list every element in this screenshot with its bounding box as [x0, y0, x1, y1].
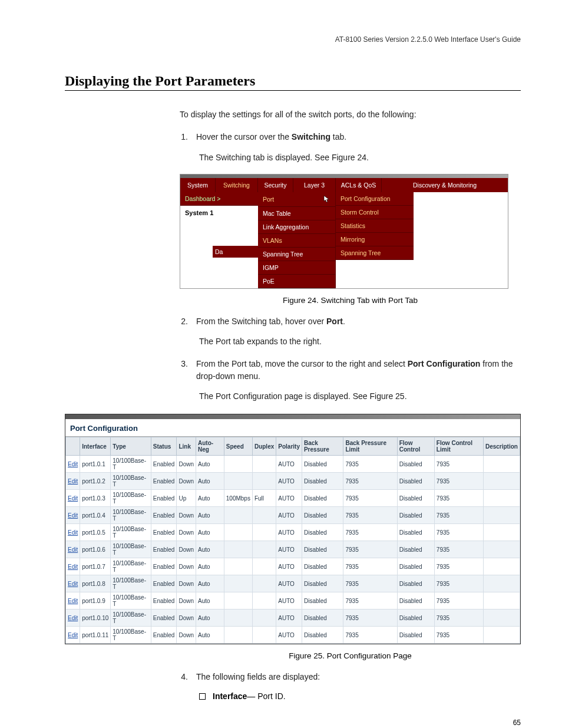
- menu-item-mac-table[interactable]: Mac Table: [258, 207, 335, 220]
- table-cell[interactable]: Edit: [66, 507, 80, 524]
- edit-link[interactable]: Edit: [68, 546, 78, 553]
- table-cell: AUTO: [276, 592, 302, 610]
- menu-item-port[interactable]: Port: [258, 192, 335, 207]
- table-row: Editport1.0.310/100Base-TEnabledUpAuto10…: [66, 490, 520, 507]
- col-header: Auto-Neg: [196, 437, 224, 456]
- table-cell: Auto: [196, 456, 224, 473]
- menu-item-spanning-tree[interactable]: Spanning Tree: [258, 248, 335, 261]
- menu-item-link-aggregation[interactable]: Link Aggregation: [258, 220, 335, 234]
- table-cell: AUTO: [276, 541, 302, 558]
- edit-link[interactable]: Edit: [68, 615, 78, 621]
- table-cell: port1.0.8: [80, 575, 111, 592]
- step-2-post: .: [343, 317, 345, 326]
- table-cell: AUTO: [276, 524, 302, 541]
- table-cell: [224, 592, 252, 610]
- table-cell: Up: [177, 490, 196, 507]
- menu-item-vlans[interactable]: VLANs: [258, 234, 335, 248]
- table-cell: 10/100Base-T: [111, 473, 151, 490]
- col-header: Polarity: [276, 437, 302, 456]
- edit-link[interactable]: Edit: [68, 478, 78, 485]
- table-cell[interactable]: Edit: [66, 524, 80, 541]
- table-cell: Down: [177, 558, 196, 575]
- edit-link[interactable]: Edit: [68, 632, 78, 638]
- tab-switching[interactable]: Switching: [216, 178, 258, 192]
- table-cell: Down: [177, 610, 196, 627]
- sidebar-item-dashboard[interactable]: Dashboard >: [180, 192, 258, 206]
- tab-acls-qos[interactable]: ACLs & QoS: [336, 178, 382, 192]
- field-list-text: Interface— Port ID.: [213, 691, 286, 701]
- sidebar-item-system-label: System 1: [180, 206, 258, 218]
- tab-layer-3[interactable]: Layer 3: [293, 178, 336, 192]
- submenu-spanning-tree[interactable]: Spanning Tree: [336, 246, 414, 260]
- table-cell[interactable]: Edit: [66, 490, 80, 507]
- table-cell: Enabled: [151, 473, 177, 490]
- table-cell: port1.0.7: [80, 558, 111, 575]
- table-cell: port1.0.4: [80, 507, 111, 524]
- step-2-number: 2.: [180, 315, 188, 327]
- table-cell: 7935: [343, 456, 397, 473]
- table-cell: [252, 627, 276, 644]
- edit-link[interactable]: Edit: [68, 495, 78, 502]
- step-1-post: tab.: [330, 132, 346, 141]
- edit-link[interactable]: Edit: [68, 461, 78, 467]
- table-cell[interactable]: Edit: [66, 592, 80, 610]
- col-header: Flow Control: [397, 437, 434, 456]
- tab-system[interactable]: System: [180, 178, 216, 192]
- field-list-item: Interface— Port ID.: [199, 691, 521, 701]
- table-cell: 10/100Base-T: [111, 456, 151, 473]
- table-cell: Full: [252, 490, 276, 507]
- menu-item-igmp[interactable]: IGMP: [258, 261, 335, 275]
- table-row: Editport1.0.910/100Base-TEnabledDownAuto…: [66, 592, 520, 610]
- table-cell[interactable]: Edit: [66, 627, 80, 644]
- table-cell: 7935: [434, 473, 483, 490]
- table-cell: Enabled: [151, 592, 177, 610]
- figure-25-caption: Figure 25. Port Configuration Page: [180, 651, 521, 660]
- section-title: Displaying the Port Parameters: [65, 73, 521, 91]
- table-row: Editport1.0.510/100Base-TEnabledDownAuto…: [66, 524, 520, 541]
- table-cell: Enabled: [151, 490, 177, 507]
- table-cell: AUTO: [276, 627, 302, 644]
- edit-link[interactable]: Edit: [68, 598, 78, 604]
- table-cell: 7935: [434, 541, 483, 558]
- submenu-statistics[interactable]: Statistics: [336, 219, 414, 233]
- table-cell: Disabled: [397, 473, 434, 490]
- switching-dropdown: Dashboard > System 1 Da Port Mac Table L…: [180, 192, 508, 288]
- edit-link[interactable]: Edit: [68, 512, 78, 519]
- submenu-mirroring[interactable]: Mirroring: [336, 233, 414, 246]
- step-1-result: The Switching tab is displayed. See Figu…: [199, 151, 521, 163]
- edit-link[interactable]: Edit: [68, 529, 78, 536]
- col-header: Speed: [224, 437, 252, 456]
- table-row: Editport1.0.1110/100Base-TEnabledDownAut…: [66, 627, 520, 644]
- step-2-pre: From the Switching tab, hover over: [196, 317, 326, 326]
- figure-24-caption: Figure 24. Switching Tab with Port Tab: [180, 296, 521, 305]
- table-cell: [224, 558, 252, 575]
- table-cell: [224, 541, 252, 558]
- tab-discovery-monitoring[interactable]: Discovery & Monitoring: [382, 178, 508, 192]
- table-cell: 7935: [343, 541, 397, 558]
- page-header: AT-8100 Series Version 2.2.5.0 Web Inter…: [65, 35, 521, 44]
- step-2-result: The Port tab expands to the right.: [199, 335, 521, 347]
- table-cell: Disabled: [397, 541, 434, 558]
- table-cell: 7935: [343, 507, 397, 524]
- table-cell[interactable]: Edit: [66, 575, 80, 592]
- edit-link[interactable]: Edit: [68, 564, 78, 570]
- table-cell: 10/100Base-T: [111, 575, 151, 592]
- table-cell[interactable]: Edit: [66, 558, 80, 575]
- table-cell: [252, 541, 276, 558]
- col-header: Duplex: [252, 437, 276, 456]
- table-cell: Enabled: [151, 627, 177, 644]
- table-cell[interactable]: Edit: [66, 541, 80, 558]
- col-header: Status: [151, 437, 177, 456]
- menu-item-poe[interactable]: PoE: [258, 275, 335, 288]
- submenu-port-configuration[interactable]: Port Configuration: [336, 192, 414, 206]
- edit-link[interactable]: Edit: [68, 581, 78, 587]
- tab-security[interactable]: Security: [258, 178, 293, 192]
- table-cell: [252, 610, 276, 627]
- table-cell: Disabled: [302, 541, 343, 558]
- submenu-storm-control[interactable]: Storm Control: [336, 206, 414, 219]
- table-cell[interactable]: Edit: [66, 473, 80, 490]
- table-cell[interactable]: Edit: [66, 456, 80, 473]
- table-cell[interactable]: Edit: [66, 610, 80, 627]
- table-cell: Enabled: [151, 558, 177, 575]
- col-header: [66, 437, 80, 456]
